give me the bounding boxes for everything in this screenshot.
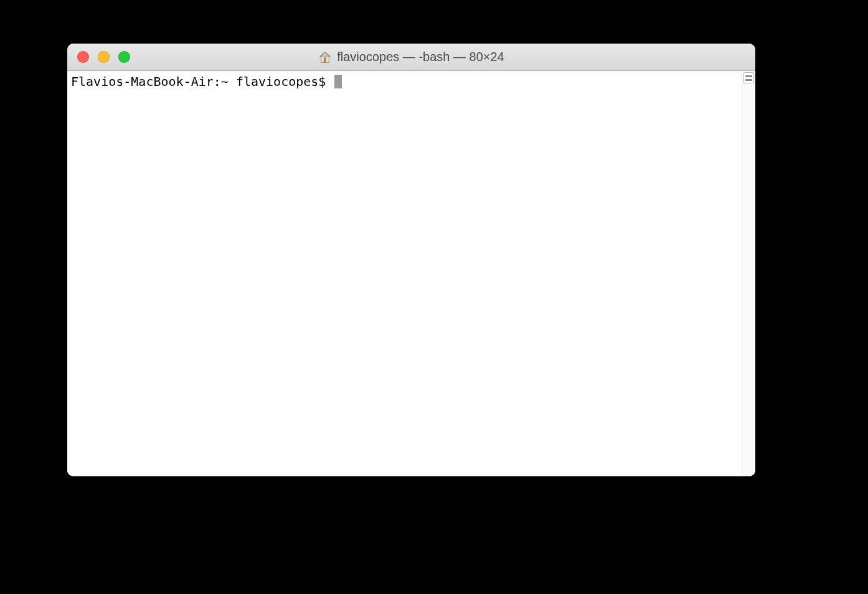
vertical-scrollbar[interactable] (742, 71, 755, 476)
shell-prompt: Flavios-MacBook-Air:~ flaviocopes$ (71, 74, 333, 89)
svg-rect-0 (321, 56, 329, 62)
maximize-button[interactable] (118, 51, 130, 63)
terminal-window: flaviocopes — -bash — 80×24 Flavios-MacB… (67, 44, 755, 476)
window-title: flaviocopes — -bash — 80×24 (67, 50, 755, 64)
svg-rect-1 (324, 57, 326, 62)
minimize-button[interactable] (98, 51, 110, 63)
window-title-text: flaviocopes — -bash — 80×24 (337, 50, 504, 64)
text-cursor (334, 75, 342, 88)
home-icon (318, 50, 332, 64)
window-titlebar[interactable]: flaviocopes — -bash — 80×24 (67, 44, 755, 71)
scroll-indicator-icon (743, 72, 754, 83)
traffic-lights (67, 51, 130, 63)
close-button[interactable] (77, 51, 89, 63)
terminal-text-area[interactable]: Flavios-MacBook-Air:~ flaviocopes$ (67, 71, 742, 476)
terminal-body: Flavios-MacBook-Air:~ flaviocopes$ (67, 71, 755, 476)
